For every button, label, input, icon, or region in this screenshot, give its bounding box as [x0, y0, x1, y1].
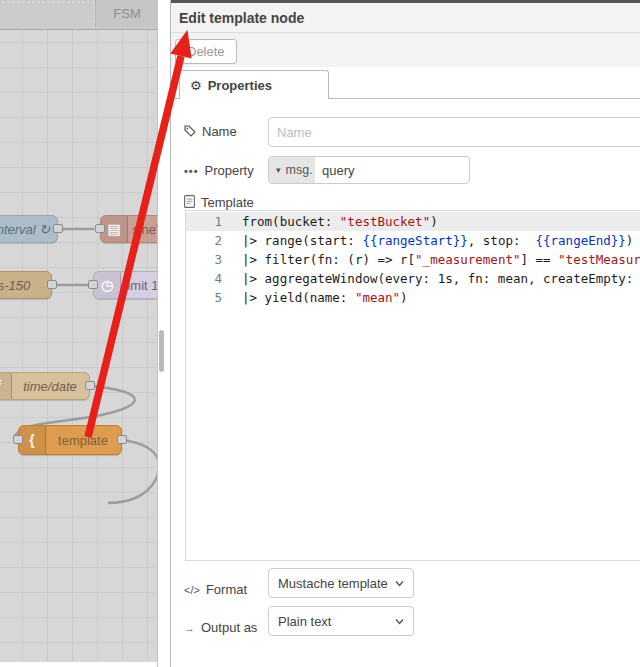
- template-label: Template: [184, 195, 254, 210]
- chevron-down-icon: [395, 579, 404, 588]
- code-text: |> range(start: {{rangeStart}}, stop: {{…: [236, 231, 633, 250]
- flow-node-sinewave[interactable]: ▤sineWave: [100, 215, 158, 243]
- vertical-scrollbar-track[interactable]: [158, 0, 170, 667]
- node-label: limit 1 ms: [120, 272, 158, 298]
- file-code-icon: [184, 195, 195, 210]
- code-text: |> filter(fn: (r) => r["_measurement"] =…: [236, 250, 640, 269]
- tray-toolbar: Delete: [171, 33, 640, 67]
- template-brace-icon: {: [19, 426, 46, 454]
- output-as-select-value: Plain text: [278, 614, 331, 629]
- code-line-4[interactable]: 4|> aggregateWindow(every: 1s, fn: mean,…: [186, 269, 640, 288]
- delete-button[interactable]: Delete: [175, 39, 237, 64]
- output-as-label: → Output as: [184, 620, 257, 635]
- code-line-2[interactable]: 2|> range(start: {{rangeStart}}, stop: {…: [186, 231, 640, 250]
- code-text: |> yield(name: "mean"): [236, 288, 408, 307]
- chevron-down-icon: [395, 617, 404, 626]
- line-number: 3: [186, 250, 236, 269]
- code-line-1[interactable]: 1from(bucket: "testBucket"): [186, 212, 640, 231]
- tab-properties-label: Properties: [208, 78, 272, 93]
- output-port[interactable]: [47, 280, 57, 289]
- line-number: 4: [186, 269, 236, 288]
- flow-node-interval[interactable]: interval ↻: [0, 215, 58, 243]
- property-label: ••• Property: [184, 163, 254, 178]
- property-value[interactable]: query: [315, 157, 469, 183]
- wire-layer[interactable]: [0, 0, 157, 667]
- node-label: interval ↻: [0, 216, 57, 242]
- code-text: |> aggregateWindow(every: 1s, fn: mean, …: [236, 269, 640, 288]
- flow-node-s-150[interactable]: s-150: [0, 271, 52, 299]
- node-label: s-150: [0, 272, 51, 298]
- format-label: </> Format: [184, 582, 247, 597]
- output-port[interactable]: [53, 224, 63, 233]
- property-typed-input[interactable]: ▾ msg. query: [268, 156, 470, 184]
- output-port[interactable]: [117, 435, 127, 444]
- input-port[interactable]: [13, 435, 23, 444]
- tray-title: Edit template node: [171, 3, 640, 33]
- input-port[interactable]: [95, 224, 105, 233]
- node-label: sineWave: [127, 216, 158, 242]
- node-red-editor: interval ↻▤sineWaves-150◷limit 1 msftime…: [0, 0, 640, 667]
- property-prefix: msg.: [286, 163, 313, 177]
- code-text: from(bucket: "testBucket"): [236, 212, 438, 231]
- flow-node-time-date[interactable]: ftime/date: [0, 372, 90, 400]
- line-number: 2: [186, 231, 236, 250]
- code-line-3[interactable]: 3|> filter(fn: (r) => r["_measurement"] …: [186, 250, 640, 269]
- format-select-value: Mustache template: [278, 576, 388, 591]
- vertical-scrollbar-thumb[interactable]: [159, 330, 164, 372]
- output-port[interactable]: [85, 381, 95, 390]
- line-number: 5: [186, 288, 236, 307]
- name-input[interactable]: [268, 117, 640, 147]
- node-label: template: [45, 426, 121, 454]
- node-label: time/date: [11, 373, 89, 399]
- property-type-button[interactable]: ▾ msg.: [269, 157, 315, 183]
- tray-tabs: ⚙ Properties: [171, 70, 640, 99]
- template-code[interactable]: 1from(bucket: "testBucket")2|> range(sta…: [186, 212, 640, 307]
- code-line-5[interactable]: 5|> yield(name: "mean"): [186, 288, 640, 307]
- format-select[interactable]: Mustache template: [268, 568, 414, 598]
- ellipsis-icon: •••: [184, 165, 199, 177]
- output-as-select[interactable]: Plain text: [268, 606, 414, 636]
- wave-icon: ▤: [101, 216, 128, 242]
- caret-down-icon: ▾: [276, 165, 281, 175]
- code-brackets-icon: </>: [184, 584, 200, 596]
- edit-tray: Edit template node Delete ⚙ Properties N…: [170, 0, 640, 667]
- template-code-editor[interactable]: 1from(bucket: "testBucket")2|> range(sta…: [185, 210, 640, 561]
- arrow-right-icon: →: [184, 622, 195, 634]
- flow-canvas[interactable]: interval ↻▤sineWaves-150◷limit 1 msftime…: [0, 0, 158, 667]
- gear-icon: ⚙: [190, 78, 202, 93]
- flow-node-limit[interactable]: ◷limit 1 ms: [93, 271, 158, 299]
- tag-icon: [184, 125, 196, 139]
- name-label: Name: [184, 124, 237, 139]
- flow-node-template[interactable]: {template: [18, 425, 122, 455]
- input-port[interactable]: [88, 280, 98, 289]
- line-number: 1: [186, 212, 236, 231]
- delay-icon: ◷: [94, 272, 121, 298]
- tab-properties[interactable]: ⚙ Properties: [179, 70, 329, 99]
